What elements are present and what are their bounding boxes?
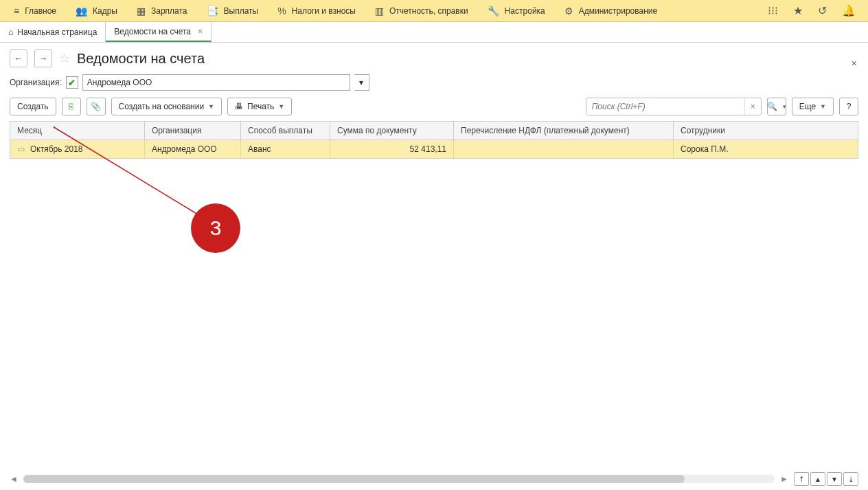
print-button[interactable]: 🖶Печать▼: [227, 98, 292, 115]
copy-icon: ⎘: [69, 102, 73, 111]
bell-icon[interactable]: 🔔: [838, 1, 860, 20]
attach-button[interactable]: 📎: [87, 98, 106, 115]
col-header-method[interactable]: Способ выплаты: [241, 122, 330, 140]
help-button[interactable]: ?: [839, 98, 858, 115]
menu-label: Администрирование: [579, 6, 657, 16]
search-input[interactable]: [586, 98, 744, 115]
close-icon[interactable]: ×: [195, 27, 203, 36]
tab-label: Ведомости на счета: [114, 27, 191, 36]
horizontal-scrollbar[interactable]: [23, 475, 775, 483]
menu-main[interactable]: ≡Главное: [4, 0, 66, 22]
cell-ndfl: [454, 140, 674, 158]
chevron-down-icon: ▾: [783, 103, 786, 110]
history-icon[interactable]: ↺: [814, 1, 831, 20]
menu-zarplata[interactable]: ▦Зарплата: [127, 0, 197, 22]
col-header-sum[interactable]: Сумма по документу: [330, 122, 454, 140]
report-icon: ▥: [375, 5, 384, 16]
back-button[interactable]: ←: [10, 49, 27, 67]
data-table: Месяц Организация Способ выплаты Сумма п…: [10, 121, 858, 159]
forward-button[interactable]: →: [34, 49, 52, 67]
btn-label: Создать на основании: [119, 102, 205, 111]
star-icon[interactable]: ★: [789, 1, 807, 20]
favorite-star-icon[interactable]: ☆: [59, 51, 70, 66]
menu-admin[interactable]: ⚙Администрирование: [555, 0, 667, 22]
tab-vedomosti[interactable]: Ведомости на счета ×: [106, 22, 212, 42]
page-title: Ведомости на счета: [77, 51, 205, 67]
menu-label: Налоги и взносы: [292, 6, 356, 16]
annotation-badge: 3: [191, 203, 240, 253]
cell-emp: Сорока П.М.: [674, 140, 858, 158]
cell-month: ▭Октябрь 2018: [10, 140, 145, 158]
menu-label: Настройка: [505, 6, 545, 16]
col-header-ndfl[interactable]: Перечисление НДФЛ (платежный документ): [454, 122, 674, 140]
org-filter-dropdown[interactable]: ▾: [354, 74, 369, 91]
grid-icon: ▦: [137, 5, 146, 16]
btn-label: Печать: [247, 102, 274, 111]
menu-nastroyka[interactable]: 🔧Настройка: [478, 0, 555, 22]
cell-method: Аванс: [241, 140, 330, 158]
menu-otchet[interactable]: ▥Отчетность, справки: [365, 0, 478, 22]
menu-label: Зарплата: [151, 6, 187, 16]
wrench-icon: 🔧: [488, 5, 499, 16]
tab-row: ⌂ Начальная страница Ведомости на счета …: [0, 22, 868, 43]
org-filter-input[interactable]: Андромеда ООО: [82, 74, 350, 91]
search-button[interactable]: 🔍▾: [767, 98, 786, 115]
chevron-down-icon: ▾: [359, 78, 363, 87]
menu-label: Выплаты: [224, 6, 259, 16]
table-header: Месяц Организация Способ выплаты Сумма п…: [10, 122, 858, 140]
menu-label: Главное: [25, 6, 56, 16]
cell-sum: 52 413,11: [330, 140, 454, 158]
close-page-icon[interactable]: ×: [852, 58, 857, 69]
more-button[interactable]: Еще▼: [792, 98, 834, 115]
chevron-down-icon: ▼: [820, 103, 826, 110]
scroll-right-icon[interactable]: ►: [780, 474, 788, 484]
col-header-org[interactable]: Организация: [145, 122, 241, 140]
scroll-top-button[interactable]: ⤒: [794, 472, 809, 486]
menu-vyplaty[interactable]: 📑Выплаты: [197, 0, 269, 22]
help-icon: ?: [847, 102, 852, 111]
print-icon: 🖶: [235, 102, 243, 111]
scroll-left-icon[interactable]: ◄: [10, 474, 18, 484]
search-box: ×: [586, 98, 762, 115]
btn-label: Создать: [17, 102, 49, 111]
document-icon: ▭: [17, 144, 25, 154]
table-body: ▭Октябрь 2018 Андромеда ООО Аванс 52 413…: [10, 140, 858, 158]
create-based-button[interactable]: Создать на основании▼: [111, 98, 222, 115]
search-icon: 🔍: [767, 102, 777, 111]
toolbar: Создать ⎘ 📎 Создать на основании▼ 🖶Печат…: [0, 93, 868, 120]
menu-nalogi[interactable]: %Налоги и взносы: [268, 0, 365, 22]
search-clear-button[interactable]: ×: [744, 98, 761, 115]
create-button[interactable]: Создать: [10, 98, 56, 115]
menu-label: Отчетность, справки: [389, 6, 468, 16]
gear-icon: ⚙: [564, 5, 573, 16]
paperclip-icon: 📎: [91, 102, 101, 111]
doc-icon: 📑: [207, 5, 218, 16]
col-header-month[interactable]: Месяц: [10, 122, 145, 140]
chevron-down-icon: ▼: [208, 103, 214, 110]
main-menu-bar: ≡Главное 👥Кадры ▦Зарплата 📑Выплаты %Нало…: [0, 0, 868, 22]
scroll-up-button[interactable]: ▲: [810, 472, 825, 486]
copy-button[interactable]: ⎘: [62, 98, 81, 115]
people-icon: 👥: [76, 5, 87, 16]
org-filter-label: Организация:: [10, 78, 62, 87]
check-icon: ✔: [68, 78, 76, 88]
footer: ◄ ► ⤒ ▲ ▼ ⤓: [10, 472, 858, 486]
table-row[interactable]: ▭Октябрь 2018 Андромеда ООО Аванс 52 413…: [10, 140, 858, 158]
apps-icon[interactable]: ⁝⁝⁝: [764, 1, 782, 20]
chevron-down-icon: ▼: [278, 103, 284, 110]
org-filter-checkbox[interactable]: ✔: [66, 76, 78, 89]
scrollbar-thumb[interactable]: [23, 475, 685, 483]
org-filter-value: Андромеда ООО: [87, 78, 152, 87]
scroll-down-button[interactable]: ▼: [827, 472, 842, 486]
page-header: ← → ☆ Ведомости на счета: [0, 43, 868, 71]
percent-icon: %: [277, 5, 286, 16]
col-header-emp[interactable]: Сотрудники: [674, 122, 858, 140]
filter-row: Организация: ✔ Андромеда ООО ▾: [0, 71, 868, 93]
home-icon: ⌂: [8, 27, 13, 37]
scroll-bottom-button[interactable]: ⤓: [843, 472, 858, 486]
cell-org: Андромеда ООО: [145, 140, 241, 158]
menu-kadry[interactable]: 👥Кадры: [66, 0, 127, 22]
tab-home[interactable]: ⌂ Начальная страница: [0, 22, 106, 42]
btn-label: Еще: [799, 102, 816, 111]
burger-icon: ≡: [14, 5, 19, 16]
